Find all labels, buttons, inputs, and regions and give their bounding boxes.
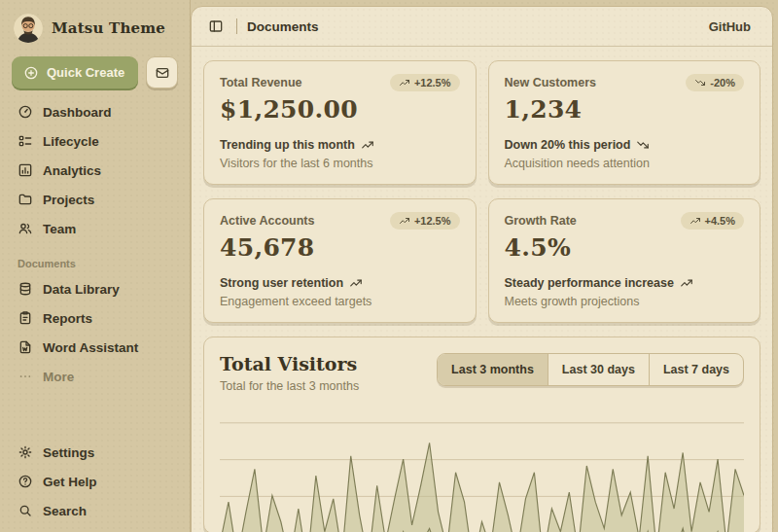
sidebar-item-analytics[interactable]: Analytics xyxy=(10,157,180,184)
sidebar-item-data-library[interactable]: Data Library xyxy=(10,275,180,302)
sidebar-item-label: Team xyxy=(43,222,76,236)
trend-badge: +4.5% xyxy=(681,212,745,230)
avatar xyxy=(14,14,43,43)
trend-badge-value: -20% xyxy=(710,77,735,89)
trend-badge: -20% xyxy=(686,74,744,91)
stat-card-title: New Customers xyxy=(505,74,596,89)
dashboard-icon xyxy=(18,104,33,120)
sidebar-item-lifecycle[interactable]: Lifecycle xyxy=(10,127,180,155)
sidebar-item-label: Search xyxy=(43,504,87,518)
sidebar-item-label: Get Help xyxy=(43,475,97,489)
app-title: Matsu Theme xyxy=(52,19,165,37)
chart-header: Total Visitors Total for the last 3 mont… xyxy=(220,353,744,393)
sidebar-item-word-assistant[interactable]: Word Assistant xyxy=(10,334,180,361)
stat-card-footer-primary: Down 20% this period xyxy=(505,138,631,152)
sidebar-item-team[interactable]: Team xyxy=(10,215,180,242)
chart-title: Total Visitors xyxy=(220,353,359,374)
stat-card-new-customers: New Customers -20% 1,234 Down 20% this p… xyxy=(488,60,761,185)
stat-card-footer-primary: Trending up this month xyxy=(220,138,355,152)
sidebar-toggle-button[interactable] xyxy=(205,16,227,37)
inbox-button[interactable] xyxy=(146,56,178,89)
time-range-tabs: Last 3 monthsLast 30 daysLast 7 days xyxy=(437,353,744,386)
stat-cards-grid: Total Revenue +12.5% $1,250.00 Trending … xyxy=(203,60,760,323)
sidebar-item-settings[interactable]: Settings xyxy=(10,439,180,466)
sidebar-item-search[interactable]: Search xyxy=(10,497,180,524)
database-icon xyxy=(18,281,33,297)
sidebar-nav-footer: Settings Get Help Search xyxy=(10,439,180,524)
stat-card-footer-primary: Steady performance increase xyxy=(505,276,674,290)
sidebar-item-dashboard[interactable]: Dashboard xyxy=(10,98,180,125)
bar-chart-icon xyxy=(18,162,33,178)
stat-card-value: 4.5% xyxy=(505,233,745,262)
tab-last-30-days[interactable]: Last 30 days xyxy=(548,354,649,385)
stat-card-footer-secondary: Visitors for the last 6 months xyxy=(220,157,460,170)
sidebar-section-label: Documents xyxy=(10,258,180,269)
sidebar-item-label: Analytics xyxy=(43,163,101,178)
trending-down-icon xyxy=(636,138,650,152)
tab-last-7-days[interactable]: Last 7 days xyxy=(649,354,743,385)
panel-left-icon xyxy=(208,18,224,34)
chart-subtitle: Total for the last 3 months xyxy=(220,379,359,393)
main-panel: Documents GitHub Total Revenue +12.5% $1… xyxy=(191,6,773,532)
tab-last-3-months[interactable]: Last 3 months xyxy=(438,354,548,385)
visitors-area-chart xyxy=(220,407,744,532)
trending-up-icon xyxy=(399,215,410,227)
trend-badge: +12.5% xyxy=(390,212,460,230)
app-root: Matsu Theme Quick Create Dashboard Lifec… xyxy=(0,0,778,532)
content: Total Revenue +12.5% $1,250.00 Trending … xyxy=(192,47,772,532)
sidebar: Matsu Theme Quick Create Dashboard Lifec… xyxy=(0,0,191,532)
sidebar-item-label: Settings xyxy=(43,445,94,460)
sidebar-item-label: More xyxy=(43,370,74,384)
quick-create-label: Quick Create xyxy=(47,65,124,80)
sidebar-item-label: Data Library xyxy=(43,282,120,297)
sidebar-item-label: Word Assistant xyxy=(43,340,138,355)
stat-card-title: Active Accounts xyxy=(220,212,314,228)
trending-up-icon xyxy=(349,276,363,290)
github-link[interactable]: GitHub xyxy=(701,16,759,38)
users-icon xyxy=(18,221,33,236)
trending-up-icon xyxy=(680,276,693,290)
chart-heading-block: Total Visitors Total for the last 3 mont… xyxy=(220,353,359,393)
trending-down-icon xyxy=(694,77,706,89)
sidebar-item-label: Projects xyxy=(43,193,94,207)
stat-card-total-revenue: Total Revenue +12.5% $1,250.00 Trending … xyxy=(203,60,477,185)
dots-icon xyxy=(18,369,33,384)
gear-icon xyxy=(18,444,33,460)
report-icon xyxy=(18,310,33,326)
sidebar-item-label: Lifecycle xyxy=(43,134,99,149)
plus-circle-icon xyxy=(23,65,39,81)
help-circle-icon xyxy=(18,474,33,489)
stat-card-footer-secondary: Acquisition needs attention xyxy=(505,157,745,170)
stat-card-active-accounts: Active Accounts +12.5% 45,678 Strong use… xyxy=(203,198,477,323)
trending-up-icon xyxy=(399,77,410,89)
total-visitors-card: Total Visitors Total for the last 3 mont… xyxy=(203,337,760,532)
stat-card-growth-rate: Growth Rate +4.5% 4.5% Steady performanc… xyxy=(488,198,761,323)
stat-card-value: 1,234 xyxy=(505,95,745,124)
trend-badge-value: +12.5% xyxy=(414,77,451,89)
workspace-switcher[interactable]: Matsu Theme xyxy=(10,10,180,45)
sidebar-item-label: Dashboard xyxy=(43,105,112,120)
sidebar-nav-main: Dashboard Lifecycle Analytics Projects T… xyxy=(10,98,180,242)
file-word-icon xyxy=(18,339,33,355)
trending-up-icon xyxy=(690,215,701,227)
sidebar-spacer xyxy=(10,390,180,439)
sidebar-item-get-help[interactable]: Get Help xyxy=(10,468,180,495)
sidebar-item-reports[interactable]: Reports xyxy=(10,304,180,332)
mail-icon xyxy=(155,65,170,81)
trend-badge-value: +4.5% xyxy=(705,215,736,227)
stat-card-footer-secondary: Meets growth projections xyxy=(505,295,745,308)
folder-icon xyxy=(18,192,33,207)
list-details-icon xyxy=(18,133,33,149)
quick-create-button[interactable]: Quick Create xyxy=(12,56,138,89)
trend-badge-value: +12.5% xyxy=(414,215,451,227)
stat-card-title: Growth Rate xyxy=(505,212,577,228)
search-icon xyxy=(18,503,33,518)
trending-up-icon xyxy=(361,138,374,152)
page-title: Documents xyxy=(247,19,319,34)
sidebar-item-more[interactable]: More xyxy=(10,363,180,390)
stat-card-footer-primary: Strong user retention xyxy=(220,276,343,290)
stat-card-value: 45,678 xyxy=(220,233,460,262)
sidebar-nav-documents: Data Library Reports Word Assistant More xyxy=(10,275,180,390)
sidebar-item-projects[interactable]: Projects xyxy=(10,186,180,213)
stat-card-footer-secondary: Engagement exceed targets xyxy=(220,295,460,308)
